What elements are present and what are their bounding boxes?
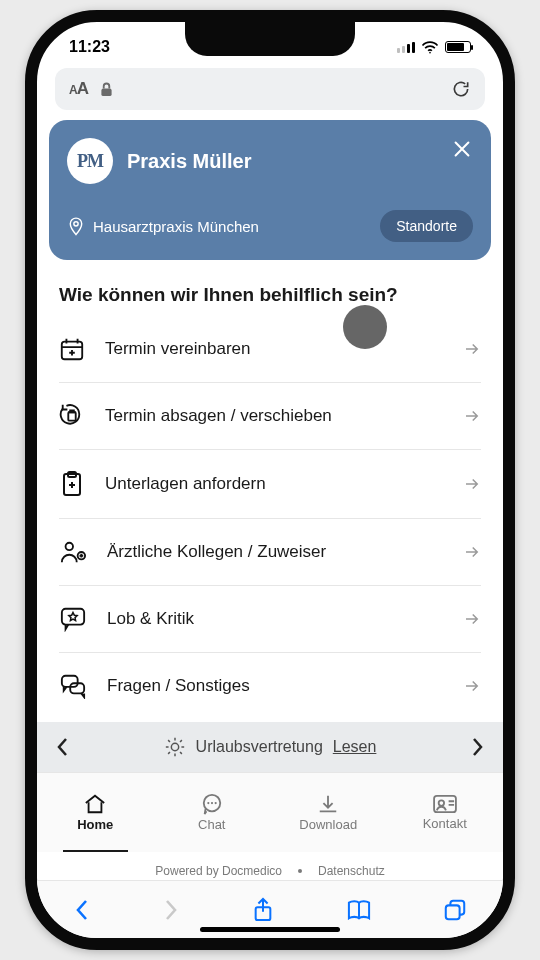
powered-by-label[interactable]: Powered by Docmedico [155, 864, 282, 878]
chevron-right-icon [463, 610, 481, 628]
chevron-right-icon [463, 543, 481, 561]
menu-item-label: Lob & Kritik [107, 609, 443, 629]
ticker-read-link[interactable]: Lesen [333, 738, 377, 756]
page-heading: Wie können wir Ihnen behilflich sein? [37, 260, 503, 316]
svg-point-12 [171, 743, 178, 750]
menu-item-feedback[interactable]: Lob & Kritik [59, 586, 481, 653]
menu-item-colleagues[interactable]: Ärztliche Kollegen / Zuweiser [59, 519, 481, 586]
menu-item-label: Termin vereinbaren [105, 339, 443, 359]
chevron-right-icon [463, 407, 481, 425]
chat-icon [200, 793, 224, 815]
book-icon [346, 899, 372, 921]
calendar-plus-icon [59, 336, 85, 362]
status-time: 11:23 [69, 38, 110, 56]
menu-item-cancel-appointment[interactable]: Termin absagen / verschieben [59, 383, 481, 450]
menu-item-label: Termin absagen / verschieben [105, 406, 443, 426]
wifi-icon [421, 40, 439, 54]
tab-label: Download [299, 817, 357, 832]
close-button[interactable] [451, 138, 473, 160]
clipboard-medical-icon [59, 470, 85, 498]
phone-frame: 11:23 AA PM Praxis Müller Hausarztpraxis… [25, 10, 515, 950]
practice-subtitle: Hausarztpraxis München [93, 218, 259, 235]
home-icon [83, 793, 107, 815]
chevron-right-icon [463, 475, 481, 493]
app-footer: Powered by Docmedico Datenschutz [37, 864, 503, 878]
ticker-prev-button[interactable] [55, 737, 71, 757]
download-icon [316, 793, 340, 815]
service-menu: Termin vereinbaren Termin absagen / vers… [37, 316, 503, 719]
menu-item-label: Fragen / Sonstiges [107, 676, 443, 696]
contact-card-icon [432, 794, 458, 814]
ticker-next-button[interactable] [469, 737, 485, 757]
menu-item-label: Ärztliche Kollegen / Zuweiser [107, 542, 443, 562]
svg-rect-4 [68, 412, 75, 420]
share-icon [252, 897, 274, 923]
chevron-right-icon [463, 677, 481, 695]
browser-url-bar[interactable]: AA [55, 68, 485, 110]
touch-indicator [343, 305, 387, 349]
menu-item-request-documents[interactable]: Unterlagen anfordern [59, 450, 481, 519]
browser-share-button[interactable] [252, 897, 274, 923]
chevron-left-icon [55, 737, 71, 757]
feedback-star-icon [59, 606, 87, 632]
svg-rect-17 [446, 905, 460, 919]
tab-label: Kontakt [423, 816, 467, 831]
calendar-cancel-icon [59, 403, 85, 429]
svg-point-15 [438, 800, 443, 805]
chevron-left-icon [73, 898, 91, 922]
tab-label: Home [77, 817, 113, 832]
cellular-signal-icon [397, 42, 415, 53]
browser-bookmarks-button[interactable] [346, 899, 372, 921]
location-pin-icon [67, 216, 85, 236]
sun-icon [164, 736, 186, 758]
menu-item-label: Unterlagen anfordern [105, 474, 443, 494]
chevron-right-icon [463, 340, 481, 358]
tab-label: Chat [198, 817, 225, 832]
practice-location: Hausarztpraxis München [67, 216, 259, 236]
ticker-text: Urlaubsvertretung [196, 738, 323, 756]
tab-download[interactable]: Download [270, 773, 387, 852]
chevron-right-icon [469, 737, 485, 757]
tab-home[interactable]: Home [37, 773, 154, 852]
close-icon [451, 138, 473, 160]
doctor-referral-icon [59, 539, 87, 565]
privacy-link[interactable]: Datenschutz [318, 864, 385, 878]
chevron-right-icon [162, 898, 180, 922]
practice-avatar: PM [67, 138, 113, 184]
lock-icon [100, 82, 113, 97]
practice-title: Praxis Müller [127, 150, 252, 173]
svg-point-0 [429, 52, 431, 54]
battery-icon [445, 41, 471, 53]
svg-rect-1 [101, 88, 111, 95]
svg-point-2 [74, 222, 78, 226]
chat-bubbles-icon [59, 673, 87, 699]
text-size-button[interactable]: AA [69, 79, 88, 99]
tab-contact[interactable]: Kontakt [387, 773, 504, 852]
menu-item-questions[interactable]: Fragen / Sonstiges [59, 653, 481, 719]
practice-card: PM Praxis Müller Hausarztpraxis München … [49, 120, 491, 260]
tab-chat[interactable]: Chat [154, 773, 271, 852]
browser-back-button[interactable] [73, 898, 91, 922]
status-icons [397, 40, 471, 54]
home-indicator[interactable] [200, 927, 340, 932]
tabs-icon [443, 898, 467, 922]
footer-separator [298, 869, 302, 873]
reload-icon[interactable] [451, 79, 471, 99]
menu-item-book-appointment[interactable]: Termin vereinbaren [59, 316, 481, 383]
browser-forward-button[interactable] [162, 898, 180, 922]
locations-button[interactable]: Standorte [380, 210, 473, 242]
device-notch [185, 22, 355, 56]
bottom-tab-bar: Home Chat Download Kontakt [37, 772, 503, 852]
announcement-ticker: Urlaubsvertretung Lesen [37, 722, 503, 772]
browser-tabs-button[interactable] [443, 898, 467, 922]
svg-point-7 [66, 543, 73, 550]
